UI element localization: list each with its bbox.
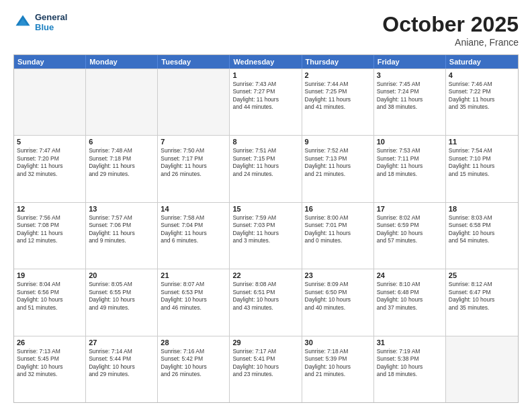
calendar-cell: 2Sunrise: 7:44 AM Sunset: 7:25 PM Daylig… [302, 69, 374, 135]
calendar-cell: 12Sunrise: 7:56 AM Sunset: 7:08 PM Dayli… [14, 203, 86, 269]
weekday-header-tuesday: Tuesday [158, 55, 230, 68]
calendar-cell: 7Sunrise: 7:50 AM Sunset: 7:17 PM Daylig… [158, 136, 230, 201]
day-number: 19 [17, 271, 83, 279]
day-number: 28 [161, 338, 226, 347]
day-number: 26 [17, 338, 83, 347]
cell-info: Sunrise: 8:04 AM Sunset: 6:56 PM Dayligh… [17, 281, 83, 312]
calendar-cell [446, 336, 518, 402]
logo-icon [13, 13, 32, 32]
calendar-cell: 19Sunrise: 8:04 AM Sunset: 6:56 PM Dayli… [14, 269, 86, 335]
weekday-header-sunday: Sunday [14, 55, 86, 68]
calendar-cell: 23Sunrise: 8:09 AM Sunset: 6:50 PM Dayli… [302, 269, 374, 335]
calendar-cell [86, 69, 158, 135]
day-number: 1 [232, 71, 298, 79]
cell-info: Sunrise: 7:44 AM Sunset: 7:25 PM Dayligh… [305, 81, 371, 111]
calendar-row-2: 12Sunrise: 7:56 AM Sunset: 7:08 PM Dayli… [14, 202, 518, 269]
calendar-cell: 8Sunrise: 7:51 AM Sunset: 7:15 PM Daylig… [230, 136, 302, 201]
calendar-cell: 10Sunrise: 7:53 AM Sunset: 7:11 PM Dayli… [374, 136, 446, 201]
cell-info: Sunrise: 7:43 AM Sunset: 7:27 PM Dayligh… [232, 81, 298, 111]
calendar-cell: 29Sunrise: 7:17 AM Sunset: 5:41 PM Dayli… [230, 336, 302, 402]
calendar-cell: 14Sunrise: 7:58 AM Sunset: 7:04 PM Dayli… [158, 203, 230, 269]
calendar-cell: 28Sunrise: 7:16 AM Sunset: 5:42 PM Dayli… [158, 336, 230, 402]
day-number: 21 [161, 271, 226, 279]
cell-info: Sunrise: 7:14 AM Sunset: 5:44 PM Dayligh… [89, 348, 154, 379]
header: General Blue October 2025 Aniane, France [13, 12, 519, 48]
cell-info: Sunrise: 8:08 AM Sunset: 6:51 PM Dayligh… [232, 281, 298, 312]
calendar-cell: 24Sunrise: 8:10 AM Sunset: 6:48 PM Dayli… [374, 269, 446, 335]
day-number: 22 [232, 271, 298, 279]
calendar-cell: 25Sunrise: 8:12 AM Sunset: 6:47 PM Dayli… [446, 269, 518, 335]
cell-info: Sunrise: 7:47 AM Sunset: 7:20 PM Dayligh… [17, 147, 83, 178]
day-number: 29 [232, 338, 298, 347]
cell-info: Sunrise: 7:19 AM Sunset: 5:38 PM Dayligh… [377, 348, 443, 379]
cell-info: Sunrise: 8:02 AM Sunset: 6:59 PM Dayligh… [377, 214, 443, 245]
cell-info: Sunrise: 7:18 AM Sunset: 5:39 PM Dayligh… [305, 348, 371, 379]
cell-info: Sunrise: 7:56 AM Sunset: 7:08 PM Dayligh… [17, 214, 83, 245]
cell-info: Sunrise: 7:53 AM Sunset: 7:11 PM Dayligh… [377, 147, 443, 178]
weekday-header-saturday: Saturday [446, 55, 518, 68]
cell-info: Sunrise: 8:12 AM Sunset: 6:47 PM Dayligh… [449, 281, 515, 312]
title-block: October 2025 Aniane, France [382, 12, 519, 48]
cell-info: Sunrise: 7:57 AM Sunset: 7:06 PM Dayligh… [89, 214, 154, 245]
day-number: 24 [377, 271, 443, 279]
cell-info: Sunrise: 8:05 AM Sunset: 6:55 PM Dayligh… [89, 281, 154, 312]
weekday-header-monday: Monday [86, 55, 158, 68]
page: General Blue October 2025 Aniane, France… [0, 0, 532, 411]
cell-info: Sunrise: 7:51 AM Sunset: 7:15 PM Dayligh… [232, 147, 298, 178]
cell-info: Sunrise: 7:16 AM Sunset: 5:42 PM Dayligh… [161, 348, 226, 379]
calendar-header: SundayMondayTuesdayWednesdayThursdayFrid… [14, 55, 518, 68]
calendar-cell: 17Sunrise: 8:02 AM Sunset: 6:59 PM Dayli… [374, 203, 446, 269]
day-number: 13 [89, 205, 154, 213]
day-number: 16 [305, 205, 371, 213]
calendar: SundayMondayTuesdayWednesdayThursdayFrid… [13, 54, 519, 403]
day-number: 7 [161, 138, 226, 146]
calendar-cell: 5Sunrise: 7:47 AM Sunset: 7:20 PM Daylig… [14, 136, 86, 201]
day-number: 31 [377, 338, 443, 347]
cell-info: Sunrise: 7:13 AM Sunset: 5:45 PM Dayligh… [17, 348, 83, 379]
cell-info: Sunrise: 7:50 AM Sunset: 7:17 PM Dayligh… [161, 147, 226, 178]
day-number: 8 [232, 138, 298, 146]
calendar-cell: 27Sunrise: 7:14 AM Sunset: 5:44 PM Dayli… [86, 336, 158, 402]
day-number: 23 [305, 271, 371, 279]
calendar-cell: 16Sunrise: 8:00 AM Sunset: 7:01 PM Dayli… [302, 203, 374, 269]
calendar-cell: 15Sunrise: 7:59 AM Sunset: 7:03 PM Dayli… [230, 203, 302, 269]
calendar-cell [158, 69, 230, 135]
cell-info: Sunrise: 7:54 AM Sunset: 7:10 PM Dayligh… [449, 147, 515, 178]
day-number: 30 [305, 338, 371, 347]
calendar-cell: 31Sunrise: 7:19 AM Sunset: 5:38 PM Dayli… [374, 336, 446, 402]
day-number: 18 [449, 205, 515, 213]
day-number: 10 [377, 138, 443, 146]
day-number: 20 [89, 271, 154, 279]
cell-info: Sunrise: 8:00 AM Sunset: 7:01 PM Dayligh… [305, 214, 371, 245]
cell-info: Sunrise: 8:07 AM Sunset: 6:53 PM Dayligh… [161, 281, 226, 312]
logo-text: General Blue [35, 12, 67, 32]
weekday-header-thursday: Thursday [302, 55, 374, 68]
calendar-row-0: 1Sunrise: 7:43 AM Sunset: 7:27 PM Daylig… [14, 68, 518, 135]
location: Aniane, France [382, 37, 519, 48]
day-number: 14 [161, 205, 226, 213]
calendar-row-4: 26Sunrise: 7:13 AM Sunset: 5:45 PM Dayli… [14, 336, 518, 402]
day-number: 2 [305, 71, 371, 79]
calendar-row-1: 5Sunrise: 7:47 AM Sunset: 7:20 PM Daylig… [14, 135, 518, 201]
day-number: 12 [17, 205, 83, 213]
day-number: 25 [449, 271, 515, 279]
day-number: 4 [449, 71, 515, 79]
cell-info: Sunrise: 7:17 AM Sunset: 5:41 PM Dayligh… [232, 348, 298, 379]
cell-info: Sunrise: 7:48 AM Sunset: 7:18 PM Dayligh… [89, 147, 154, 178]
day-number: 17 [377, 205, 443, 213]
cell-info: Sunrise: 7:58 AM Sunset: 7:04 PM Dayligh… [161, 214, 226, 245]
calendar-cell: 6Sunrise: 7:48 AM Sunset: 7:18 PM Daylig… [86, 136, 158, 201]
day-number: 11 [449, 138, 515, 146]
day-number: 3 [377, 71, 443, 79]
month-title: October 2025 [382, 12, 519, 37]
cell-info: Sunrise: 8:09 AM Sunset: 6:50 PM Dayligh… [305, 281, 371, 312]
calendar-cell: 22Sunrise: 8:08 AM Sunset: 6:51 PM Dayli… [230, 269, 302, 335]
logo: General Blue [13, 12, 67, 32]
calendar-cell [14, 69, 86, 135]
calendar-cell: 1Sunrise: 7:43 AM Sunset: 7:27 PM Daylig… [230, 69, 302, 135]
calendar-cell: 20Sunrise: 8:05 AM Sunset: 6:55 PM Dayli… [86, 269, 158, 335]
day-number: 27 [89, 338, 154, 347]
cell-info: Sunrise: 7:46 AM Sunset: 7:22 PM Dayligh… [449, 81, 515, 111]
cell-info: Sunrise: 8:10 AM Sunset: 6:48 PM Dayligh… [377, 281, 443, 312]
cell-info: Sunrise: 7:45 AM Sunset: 7:24 PM Dayligh… [377, 81, 443, 111]
